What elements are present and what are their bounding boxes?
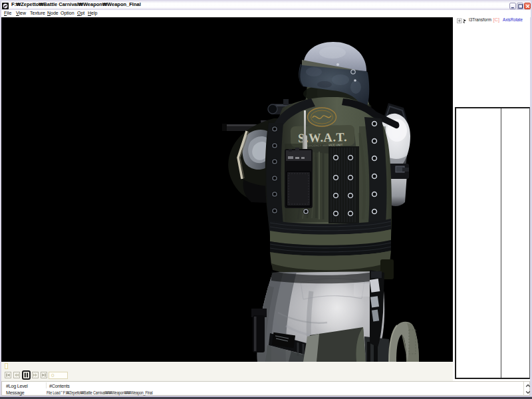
svg-text:I3Transform: I3Transform [469,17,491,23]
svg-text:[C]: [C] [493,17,500,23]
svg-text:AxisRotate: AxisRotate [503,17,523,23]
